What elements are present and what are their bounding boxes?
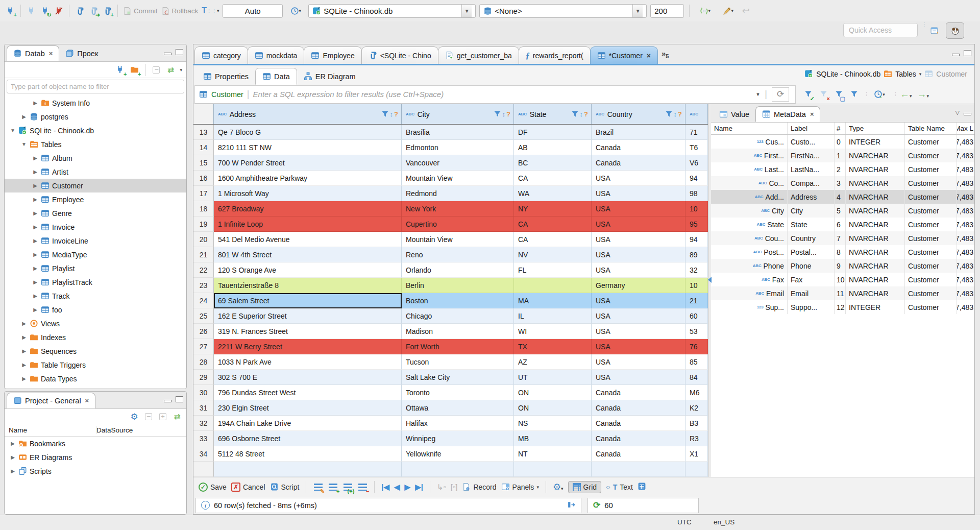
grid-cell[interactable]: Ottawa [402, 400, 514, 416]
grid-cell[interactable]: 319 N. Frances Street [214, 324, 402, 339]
grid-cell[interactable]: NS [514, 416, 592, 431]
grid-cell[interactable]: Cupertino [402, 216, 514, 232]
schema-combo-arrow[interactable]: ▼ [632, 5, 643, 17]
settings-gear-icon[interactable]: ⚙ [129, 412, 139, 422]
editor-tab--customer[interactable]: *Customer× [590, 46, 658, 64]
grid-cell[interactable]: 1 Microsoft Way [214, 186, 402, 201]
chevron-collapsed-icon[interactable]: ▶ [32, 252, 38, 257]
chevron-down-icon[interactable]: ▾ [919, 71, 922, 77]
add-row-icon[interactable]: + [328, 482, 338, 492]
grid-cell[interactable]: USA [592, 308, 685, 324]
nav-back-icon[interactable]: ←▾ [900, 89, 912, 100]
grid-cell[interactable]: T6 [685, 140, 708, 155]
editor-tab-rewards-report-[interactable]: ƒrewards_report( [519, 46, 591, 64]
grid-cell[interactable]: Halifax [402, 416, 514, 431]
filter-funnel-icon[interactable] [494, 110, 501, 118]
metadata-row[interactable]: ABCFirst...FirstNa...1NVARCHARCustomer2,… [711, 149, 974, 162]
grid-cell[interactable]: Fort Worth [402, 339, 514, 354]
chevron-collapsed-icon[interactable]: ▶ [32, 155, 38, 161]
tree-item-sequences[interactable]: ▶Sequences [5, 344, 186, 358]
undo-icon[interactable]: ↩ [741, 6, 751, 16]
execution-time-icon[interactable]: ▾ [871, 89, 888, 100]
metadata-column-max-l[interactable]: Max L [957, 123, 974, 134]
tree-item-table-triggers[interactable]: ▶Table Triggers [5, 358, 186, 372]
link-with-editor-icon[interactable]: ⇄ [172, 412, 182, 422]
grid-cell[interactable]: MB [514, 431, 592, 446]
chevron-collapsed-icon[interactable]: ▶ [10, 468, 16, 474]
table-row[interactable]: 148210 111 ST NWEdmontonABCanadaT6 [193, 140, 708, 155]
save-button[interactable]: ✓Save [199, 483, 227, 492]
grid-cell[interactable]: 60 [685, 308, 708, 324]
grid-cell[interactable]: Canada [592, 155, 685, 171]
tree-item-tables[interactable]: ▼Tables [5, 137, 186, 151]
grid-cell[interactable]: Canada [592, 400, 685, 416]
table-row[interactable]: 13Qe 7 Bloco GBrasíliaDFBrazil71 [193, 125, 708, 140]
last-row-icon[interactable]: ▶| [415, 483, 423, 492]
grid-cell[interactable]: ON [514, 400, 592, 416]
tree-item-playlist[interactable]: ▶Playlist [5, 261, 186, 275]
new-connection-icon[interactable]: + [5, 6, 15, 16]
table-row[interactable]: 29302 S 700 ESalt Lake CityUTUSA84 [193, 370, 708, 385]
grid-cell[interactable]: Vancouver [402, 155, 514, 171]
edit-cell-icon[interactable]: ✎ [313, 482, 323, 492]
table-row[interactable]: 26319 N. Frances StreetMadisonWIUSA53 [193, 324, 708, 339]
schema-select-combo[interactable]: <None> ▼ [479, 4, 647, 18]
table-row[interactable]: 272211 W Berry StreetFort WorthTXUSA76 [193, 339, 708, 354]
column-info-icon[interactable]: ? [584, 110, 588, 118]
sort-icon[interactable]: ↕ [502, 110, 506, 118]
grid-cell[interactable]: FL [514, 262, 592, 278]
select-row-icon[interactable]: [▫] [451, 483, 458, 491]
table-row[interactable]: 281033 N Park AveTucsonAZUSA85 [193, 354, 708, 370]
reconnect-icon[interactable]: ↻ [40, 6, 50, 16]
grid-cell[interactable]: Reno [402, 247, 514, 262]
disconnect-icon[interactable] [54, 6, 64, 16]
chevron-collapsed-icon[interactable]: ▶ [32, 307, 38, 312]
grid-cell[interactable]: Chicago [402, 308, 514, 324]
grid-cell[interactable]: 89 [685, 247, 708, 262]
project-item-er-diagrams[interactable]: ▶ER Diagrams [5, 450, 186, 464]
grid-cell[interactable]: NT [514, 446, 592, 462]
commit-button[interactable]: Commit [123, 7, 158, 15]
grid-cell[interactable]: Tauentzienstraße 8 [214, 278, 402, 293]
grid-cell[interactable]: USA [592, 247, 685, 262]
sort-icon[interactable]: ↕ [580, 110, 583, 118]
position-icon[interactable] [567, 500, 576, 511]
close-icon[interactable]: × [810, 110, 814, 118]
script-button[interactable]: Script [270, 483, 300, 491]
grid-cell[interactable]: 700 W Pender Street [214, 155, 402, 171]
metadata-row[interactable]: ABCLast...LastNa...2NVARCHARCustomer2,14… [711, 162, 974, 176]
chevron-collapsed-icon[interactable]: ▶ [21, 321, 27, 326]
collapse-all-icon[interactable]: − [151, 65, 161, 75]
table-row[interactable]: 171 Microsoft WayRedmondWAUSA98 [193, 186, 708, 201]
metadata-column-table-name[interactable]: Table Name [905, 123, 957, 134]
metadata-row[interactable]: 123Cus...Custo...0INTEGERCustomer2,147,4… [711, 135, 974, 149]
nav-forward-icon[interactable]: →▾ [917, 89, 929, 100]
dba-perspective-button[interactable] [925, 22, 944, 39]
grid-cell[interactable]: USA [592, 186, 685, 201]
grid-cell[interactable]: USA [592, 354, 685, 370]
chevron-expanded-icon[interactable]: ▼ [21, 141, 27, 147]
grid-cell[interactable]: 2211 W Berry Street [214, 339, 402, 354]
grid-cell[interactable]: Canada [592, 385, 685, 400]
chevron-collapsed-icon[interactable]: ▶ [21, 376, 27, 381]
metadata-column-name[interactable]: Name [711, 123, 788, 134]
grid-cell[interactable]: NV [514, 247, 592, 262]
editor-tab-mockdata[interactable]: mockdata [248, 46, 305, 64]
grid-cell[interactable]: Winnipeg [402, 431, 514, 446]
grid-cell[interactable]: 1600 Amphitheatre Parkway [214, 171, 402, 186]
grid-cell[interactable]: Madison [402, 324, 514, 339]
grid-cell[interactable]: UT [514, 370, 592, 385]
grid-cell[interactable]: 627 Broadway [214, 201, 402, 216]
chevron-collapsed-icon[interactable]: ▶ [21, 114, 27, 119]
tree-item-genre[interactable]: ▶Genre [5, 206, 186, 220]
grid-cell[interactable]: Salt Lake City [402, 370, 514, 385]
metadata-row[interactable]: ABCAdd...Address4NVARCHARCustomer2,147,4… [711, 190, 974, 204]
metadata-row[interactable]: ABCFaxFax10NVARCHARCustomer2,147,483 [711, 273, 974, 286]
link-with-editor-icon[interactable]: ⇄ [165, 65, 176, 75]
grid-cell[interactable]: Tucson [402, 354, 514, 370]
tree-item-playlisttrack[interactable]: ▶PlaylistTrack [5, 275, 186, 289]
grid-cell[interactable]: 230 Elgin Street [214, 400, 402, 416]
editor-tab-employee[interactable]: Employee [304, 46, 361, 64]
chevron-collapsed-icon[interactable]: ▶ [21, 334, 27, 340]
editor-tab--sqlite-chino[interactable]: <SQLite - Chino [361, 46, 438, 64]
